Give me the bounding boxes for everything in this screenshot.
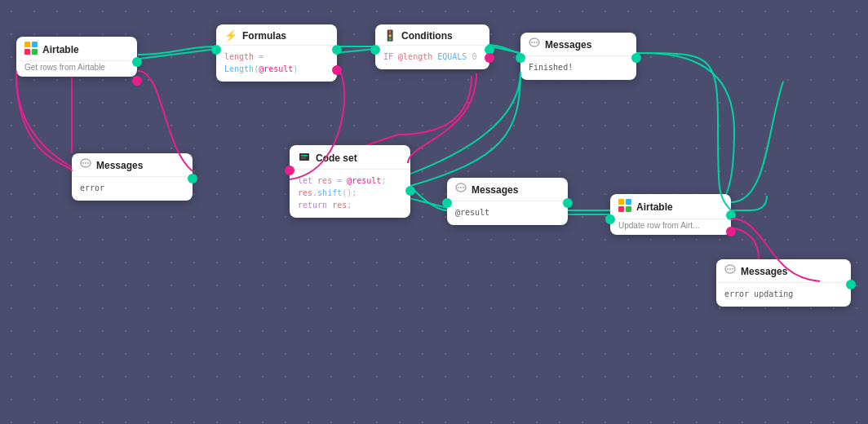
messages-error-title: Messages — [96, 160, 143, 171]
messages3-node: Messages error updating — [716, 259, 851, 307]
messages2-in[interactable] — [442, 198, 452, 208]
formulas-header: ⚡ Formulas — [216, 24, 337, 46]
messages2-icon — [455, 183, 467, 197]
svg-point-26 — [732, 268, 733, 270]
airtable1-subtitle: Get rows from Airtable — [16, 61, 137, 77]
codeset-icon — [298, 150, 311, 166]
airtable2-in[interactable] — [605, 214, 615, 224]
svg-rect-14 — [301, 157, 306, 159]
conditions-icon: 🚦 — [383, 29, 396, 42]
svg-rect-1 — [32, 42, 38, 47]
messages2-out[interactable] — [563, 198, 573, 208]
airtable2-node: Airtable Update row from Airt... — [610, 194, 731, 235]
messages1-in[interactable] — [516, 53, 525, 63]
messages-error-header: Messages — [72, 153, 193, 177]
formulas-body: length = Length(@result) — [216, 46, 337, 82]
svg-point-16 — [458, 187, 459, 188]
svg-rect-12 — [299, 153, 309, 161]
messages1-out[interactable] — [631, 53, 641, 63]
codeset-out[interactable] — [405, 186, 415, 196]
airtable1-node: Airtable Get rows from Airtable — [16, 37, 137, 77]
messages1-header: Messages — [520, 33, 636, 56]
airtable1-header: Airtable — [16, 37, 137, 61]
airtable2-title: Airtable — [636, 201, 673, 213]
airtable2-out-green[interactable] — [726, 210, 736, 220]
svg-point-11 — [87, 162, 89, 164]
conditions-body: IF @length EQUALS 0 — [375, 46, 489, 69]
svg-point-17 — [460, 187, 462, 188]
codeset-node: Code set let res = @result; res.shift();… — [290, 145, 410, 218]
airtable2-header: Airtable — [610, 194, 731, 219]
messages2-header: Messages — [447, 178, 568, 201]
formulas-title: Formulas — [242, 30, 286, 42]
airtable1-out-green[interactable] — [132, 57, 142, 67]
formulas-node: ⚡ Formulas length = Length(@result) — [216, 24, 337, 82]
messages2-title: Messages — [472, 184, 518, 196]
svg-rect-19 — [618, 199, 624, 205]
svg-point-6 — [534, 42, 535, 43]
svg-point-25 — [729, 268, 731, 270]
messages-error-body: error — [72, 177, 193, 201]
messages1-icon — [529, 38, 540, 52]
messages2-node: Messages @result — [447, 178, 568, 225]
svg-point-5 — [531, 42, 533, 43]
codeset-in[interactable] — [285, 166, 294, 175]
svg-rect-13 — [301, 155, 308, 157]
formulas-icon: ⚡ — [224, 29, 237, 42]
messages1-node: Messages Finished! — [520, 33, 636, 80]
airtable1-icon — [24, 42, 38, 57]
airtable2-icon — [618, 199, 631, 215]
messages3-body: error updating — [716, 283, 851, 307]
messages1-title: Messages — [545, 39, 591, 51]
messages1-body: Finished! — [520, 56, 636, 80]
conditions-out-pink[interactable] — [485, 53, 494, 63]
svg-rect-21 — [618, 206, 624, 212]
codeset-title: Code set — [316, 152, 357, 164]
messages3-header: Messages — [716, 259, 851, 283]
conditions-header: 🚦 Conditions — [375, 24, 489, 46]
codeset-header: Code set — [290, 145, 410, 170]
svg-point-10 — [85, 162, 86, 164]
conditions-title: Conditions — [401, 30, 453, 42]
airtable1-out-pink[interactable] — [132, 76, 142, 86]
formulas-out-pink[interactable] — [332, 65, 342, 75]
messages2-body: @result — [447, 201, 568, 225]
messages-error-out[interactable] — [188, 174, 197, 183]
messages3-out[interactable] — [846, 280, 856, 289]
svg-rect-3 — [32, 49, 38, 55]
airtable2-out-pink[interactable] — [726, 227, 736, 236]
messages-error-icon — [80, 158, 91, 173]
messages3-title: Messages — [741, 266, 787, 277]
messages-error-node: Messages error — [72, 153, 193, 201]
messages3-icon — [724, 264, 736, 279]
svg-rect-22 — [626, 206, 631, 212]
codeset-body: let res = @result; res.shift(); return r… — [290, 170, 410, 218]
svg-point-7 — [536, 42, 538, 43]
conditions-node: 🚦 Conditions IF @length EQUALS 0 — [375, 24, 489, 69]
svg-rect-20 — [626, 199, 631, 205]
airtable2-subtitle: Update row from Airt... — [610, 219, 731, 235]
airtable1-title: Airtable — [42, 44, 79, 55]
svg-point-18 — [463, 187, 464, 188]
svg-rect-2 — [24, 49, 30, 55]
conditions-in[interactable] — [370, 45, 380, 55]
svg-point-24 — [727, 268, 728, 270]
formulas-out-green[interactable] — [332, 45, 342, 55]
formulas-in[interactable] — [211, 45, 221, 55]
svg-rect-0 — [24, 42, 30, 47]
svg-point-9 — [82, 162, 84, 164]
